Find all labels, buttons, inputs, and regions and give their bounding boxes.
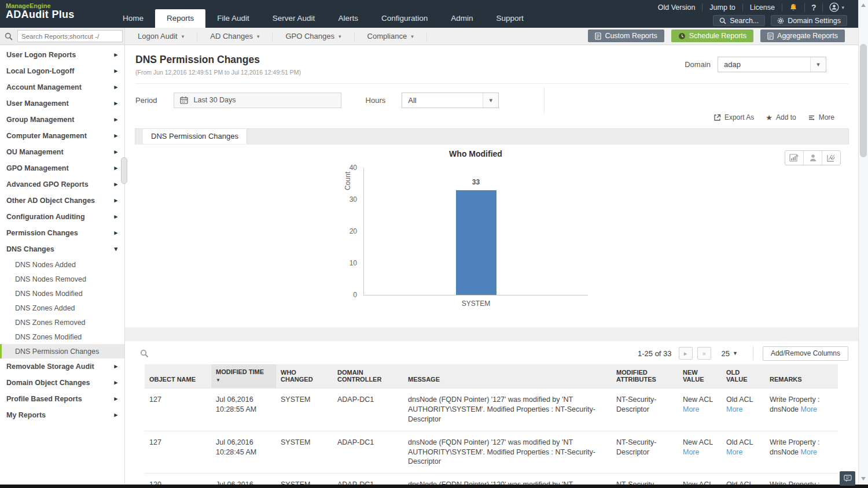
nav-tab[interactable]: Home [111,9,155,28]
col-old-value[interactable]: OLD VALUE [722,364,765,389]
sidebar-item[interactable]: Profile Based Reports ▸ [0,391,124,407]
schedule-reports-button[interactable]: Schedule Reports [671,29,753,42]
change-chart-type-icon[interactable] [785,151,803,165]
utility-link[interactable]: Old Version [651,3,703,12]
sidebar-item[interactable]: DNS Zones Added [0,301,124,315]
sidebar-item[interactable]: DNS Nodes Modified [0,286,124,301]
sidebar-item[interactable]: OU Management ▸ [0,144,124,160]
chart-bar[interactable]: 33 [456,190,496,295]
nav-tab[interactable]: Reports [155,9,205,28]
cell-who-changed: SYSTEM [276,474,333,485]
help-icon[interactable]: ? [805,3,823,12]
y-axis-tick: 10 [350,259,357,267]
sidebar-item[interactable]: DNS Zones Removed [0,315,124,330]
sidebar-item[interactable]: DNS Nodes Removed [0,272,124,286]
refresh-chart-icon[interactable] [822,151,840,165]
col-message[interactable]: MESSAGE [403,364,612,389]
sidebar-item[interactable]: GPO Management ▸ [0,160,124,176]
table-search-icon[interactable] [140,349,149,358]
next-page-button[interactable]: ▸ [679,347,693,360]
sidebar-item[interactable]: DNS Changes ▾ [0,241,124,257]
sidebar-item[interactable]: Domain Object Changes ▸ [0,375,124,391]
custom-reports-button[interactable]: Custom Reports [588,29,664,42]
nav-tab[interactable]: Configuration [370,9,439,28]
more-link[interactable]: More [808,113,834,121]
utility-link[interactable]: Jump to [703,3,742,12]
y-axis-tick: 30 [350,195,357,204]
col-object-name[interactable]: OBJECT NAME [145,364,211,389]
nav-tab[interactable]: Admin [439,9,484,28]
sidebar-item[interactable]: Group Management ▸ [0,112,124,128]
sidebar-item[interactable]: Computer Management ▸ [0,128,124,144]
table-body: 127 Jul 06,2016 10:28:55 AM SYSTEM ADAP-… [145,389,838,485]
export-as-link[interactable]: Export As [713,113,754,121]
scroll-down-icon[interactable] [861,477,866,480]
vertical-scrollbar[interactable] [858,0,868,484]
domain-settings-button[interactable]: Domain Settings [771,15,847,26]
col-new-value[interactable]: NEW VALUE [678,364,722,389]
last-page-button[interactable]: » [697,347,711,360]
sidebar-item[interactable]: DNS Zones Modified [0,330,124,344]
nav-tab[interactable]: Alerts [326,9,370,28]
sidebar-item[interactable]: Advanced GPO Reports ▸ [0,176,124,193]
utility-link[interactable]: License [743,3,782,12]
user-menu[interactable]: ▾ [823,2,851,12]
sidebar-item[interactable]: Permission Changes ▸ [0,225,124,241]
tab-dns-permission-changes[interactable]: DNS Permission Changes [143,129,247,144]
sidebar-item[interactable]: Configuration Auditing ▸ [0,209,124,225]
notification-bell-icon[interactable] [782,3,805,12]
col-modified-attributes[interactable]: MODIFIED ATTRIBUTES [612,364,678,389]
remarks-more-link[interactable]: More [801,405,817,413]
add-to-link[interactable]: ★ Add to [766,113,796,121]
new-value-more-link[interactable]: More [683,448,699,456]
menu-dropdown[interactable]: AD Changes ▾ [197,32,273,41]
old-value-more-link[interactable]: More [726,448,742,456]
sidebar-item[interactable]: User Logon Reports ▸ [0,47,124,63]
sidebar-item[interactable]: Removable Storage Audit ▸ [0,358,124,375]
sidebar-item[interactable]: My Reports ▸ [0,407,124,423]
sidebar-item-label: DNS Nodes Modified [15,290,83,298]
feedback-button[interactable] [840,471,855,486]
sidebar-collapse-handle[interactable] [121,157,127,184]
aggregate-reports-button[interactable]: Aggregate Reports [760,29,845,42]
sidebar-item[interactable]: DNS Permission Changes [0,344,124,358]
menu-dropdown[interactable]: GPO Changes ▾ [273,32,354,41]
calendar-icon [180,96,188,104]
old-value-more-link[interactable]: More [726,405,742,413]
sidebar-item[interactable]: Other AD Object Changes ▸ [0,193,124,209]
col-remarks[interactable]: REMARKS [765,364,838,389]
col-domain-controller[interactable]: DOMAIN CONTROLLER [333,364,403,389]
app-logo[interactable]: ManageEngine ADAudit Plus [6,2,75,21]
search-icon[interactable] [0,32,17,40]
menu-dropdown[interactable]: Compliance ▾ [355,32,427,41]
nav-tab[interactable]: Support [484,9,535,28]
global-search-button[interactable]: Search... [713,15,765,26]
sidebar-item-label: User Management [6,99,69,108]
col-who-changed[interactable]: WHO CHANGED [276,364,333,389]
hours-select[interactable]: All ▾ [402,93,499,108]
sidebar-item-label: DNS Changes [6,245,54,253]
page-size-dropdown[interactable]: 25 ▼ [722,349,738,358]
menu-dropdown[interactable]: Logon Audit ▾ [125,32,197,41]
domain-selector: Domain adap ▾ [685,57,826,72]
sidebar-item-label: DNS Nodes Added [15,261,76,269]
period-picker[interactable]: Last 30 Days [174,93,341,108]
new-value-more-link[interactable]: More [683,405,699,413]
sidebar-item[interactable]: Local Logon-Logoff ▸ [0,63,124,79]
scrollbar-thumb[interactable] [860,44,867,157]
group-by-user-icon[interactable] [803,151,822,165]
sidebar-item-label: Domain Object Changes [6,379,90,387]
scroll-up-icon[interactable] [861,3,866,7]
sidebar-item[interactable]: Account Management ▸ [0,79,124,95]
add-remove-columns-button[interactable]: Add/Remove Columns [763,346,848,361]
sidebar-item[interactable]: User Management ▸ [0,95,124,112]
col-modified-time[interactable]: MODIFIED TIME ▼ [211,364,276,389]
sidebar-item[interactable]: DNS Nodes Added [0,257,124,272]
nav-tab[interactable]: File Audit [205,9,261,28]
nav-tab[interactable]: Server Audit [261,9,327,28]
chevron-down-icon: ▾ [182,32,185,41]
domain-select[interactable]: adap ▾ [718,57,826,72]
report-search-input[interactable] [17,30,123,42]
report-header: DNS Permission Changes (From Jun 12,2016… [125,45,859,76]
remarks-more-link[interactable]: More [801,448,817,456]
